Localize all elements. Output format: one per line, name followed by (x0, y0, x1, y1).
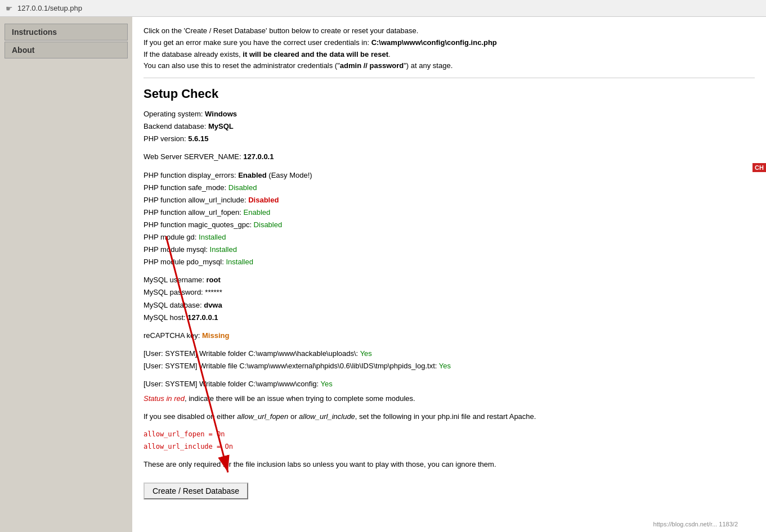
divider-1 (144, 78, 755, 78)
status-note: Status in red, indicate there will be an… (144, 393, 755, 405)
writable-phpids: [User: SYSTEM] Writable file C:\wamp\www… (144, 360, 755, 372)
php-value: 5.6.15 (188, 134, 208, 143)
mysql-section: MySQL username: root MySQL password: ***… (144, 274, 755, 323)
intro-line3: If the database already exists, it will … (144, 49, 755, 61)
php-gd: PHP module gd: Installed (144, 231, 755, 244)
writable-rows: [User: SYSTEM] Writable folder C:\wamp\w… (144, 348, 755, 372)
db-value: MySQL (208, 122, 234, 130)
php-label: PHP version: (144, 134, 188, 143)
main-content: Click on the 'Create / Reset Database' b… (132, 17, 766, 532)
recaptcha-value: Missing (202, 331, 229, 340)
intro-line4: You can also use this to reset the admin… (144, 60, 755, 72)
php-row: PHP version: 5.6.15 (144, 133, 755, 145)
code-line-2: allow_url_include = On (144, 441, 755, 453)
lock-icon: ☛ (6, 4, 13, 13)
php-allow-url-fopen: PHP function allow_url_fopen: Enabled (144, 206, 755, 219)
intro-line4-bold: admin // password (340, 61, 404, 70)
mysql-password: MySQL password: ****** (144, 286, 755, 299)
status-note-rest: , indicate there will be an issue when t… (185, 394, 415, 403)
intro-line4-post: ") at any stage. (404, 61, 453, 70)
mysql-database: MySQL database: dvwa (144, 299, 755, 312)
recaptcha-row: reCAPTCHA key: Missing (144, 330, 755, 342)
php-checks-section: PHP function display_errors: Enabled (Ea… (144, 169, 755, 269)
intro-line1: Click on the 'Create / Reset Database' b… (144, 25, 755, 37)
os-row: Operating system: Windows (144, 108, 755, 120)
server-name-row: Web Server SERVER_NAME: 127.0.0.1 (144, 151, 755, 163)
intro-line2-path: C:\wamp\www\config\config.inc.php (371, 38, 497, 47)
sidebar-item-instructions[interactable]: Instructions (5, 24, 128, 40)
php-mysql: PHP module mysql: Installed (144, 244, 755, 256)
url-bar[interactable]: 127.0.0.1/setup.php (17, 4, 82, 12)
intro-line3-pre: If the database already exists, (144, 50, 243, 58)
final-note: These are only required for the file inc… (144, 458, 755, 471)
intro-line3-bold: it will be cleared and the data will be … (243, 50, 388, 58)
php-pdo-mysql: PHP module pdo_mysql: Installed (144, 256, 755, 268)
os-value: Windows (205, 110, 237, 118)
disabled-note: If you see disabled on either allow_url_… (144, 411, 755, 423)
php-magic-quotes: PHP function magic_quotes_gpc: Disabled (144, 219, 755, 231)
setup-check-title: Setup Check (144, 87, 755, 101)
basic-info-rows: Operating system: Windows Backend databa… (144, 108, 755, 145)
php-display-errors: PHP function display_errors: Enabled (Ea… (144, 169, 755, 182)
writable-config-row: [User: SYSTEM] Writable folder C:\wamp\w… (144, 378, 755, 390)
php-allow-url-include: PHP function allow_url_include: Disabled (144, 194, 755, 206)
php-safe-mode: PHP function safe_mode: Disabled (144, 182, 755, 194)
intro-line2: If you get an error make sure you have t… (144, 37, 755, 49)
mysql-username: MySQL username: root (144, 274, 755, 286)
server-name-value: 127.0.0.1 (243, 152, 274, 161)
status-red-text: Status in red (144, 394, 185, 403)
sidebar: Instructions About (0, 17, 132, 532)
db-label: Backend database: (144, 122, 208, 130)
mysql-host: MySQL host: 127.0.0.1 (144, 312, 755, 324)
browser-bar: ☛ 127.0.0.1/setup.php (0, 0, 766, 17)
writable-uploads: [User: SYSTEM] Writable folder C:\wamp\w… (144, 348, 755, 360)
server-name-label: Web Server SERVER_NAME: (144, 152, 243, 161)
intro-line4-pre: You can also use this to reset the admin… (144, 61, 340, 70)
intro-line2-pre: If you get an error make sure you have t… (144, 38, 371, 47)
code-line-1: allow_url_fopen = On (144, 429, 755, 441)
db-row: Backend database: MySQL (144, 120, 755, 133)
create-reset-database-button[interactable]: Create / Reset Database (144, 483, 248, 499)
create-btn-container: Create / Reset Database (144, 483, 755, 499)
recaptcha-label: reCAPTCHA key: (144, 331, 202, 340)
os-label: Operating system: (144, 110, 205, 118)
watermark: https://blog.csdn.net/r... 1183/2 (653, 521, 738, 528)
intro-line3-post: . (388, 50, 391, 58)
sidebar-item-about[interactable]: About (5, 42, 128, 58)
ch-badge: CH (752, 163, 766, 172)
intro-section: Click on the 'Create / Reset Database' b… (144, 25, 755, 72)
